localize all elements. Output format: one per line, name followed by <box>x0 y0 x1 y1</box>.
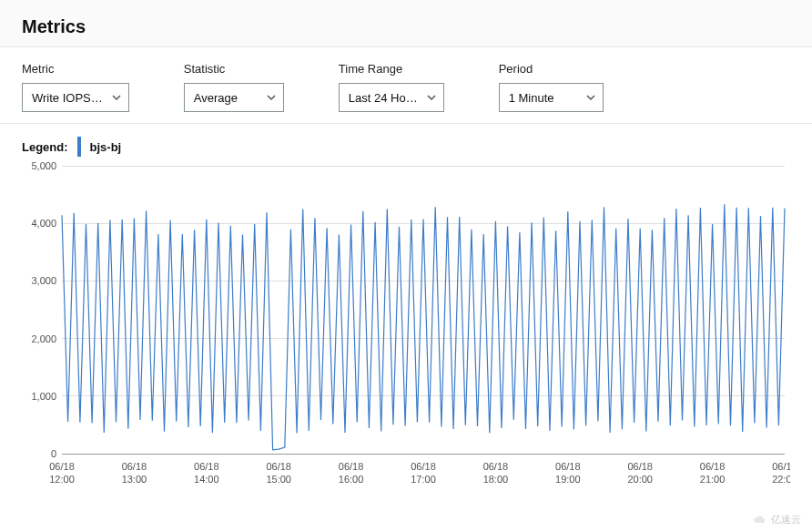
svg-text:3,000: 3,000 <box>31 275 56 286</box>
legend-swatch <box>77 137 81 157</box>
legend-series-name: bjs-bj <box>90 140 122 154</box>
series-line <box>62 204 785 450</box>
svg-text:16:00: 16:00 <box>339 474 364 485</box>
period-label: Period <box>499 62 604 76</box>
svg-text:2,000: 2,000 <box>31 333 56 344</box>
svg-text:18:00: 18:00 <box>483 474 509 485</box>
metric-select-value: Write IOPS… <box>32 91 103 105</box>
svg-text:06/18: 06/18 <box>122 461 147 472</box>
svg-text:06/18: 06/18 <box>700 461 726 472</box>
timerange-label: Time Range <box>339 62 444 76</box>
svg-text:15:00: 15:00 <box>266 474 291 485</box>
svg-text:5,000: 5,000 <box>31 160 56 171</box>
svg-text:06/18: 06/18 <box>339 461 364 472</box>
legend-label: Legend: <box>22 140 68 154</box>
metric-label: Metric <box>22 62 129 76</box>
watermark: 亿速云 <box>753 513 801 527</box>
chevron-down-icon <box>427 93 436 102</box>
svg-text:0: 0 <box>51 448 56 459</box>
legend: Legend: bjs-bj <box>0 124 812 160</box>
chevron-down-icon <box>267 93 276 102</box>
svg-text:17:00: 17:00 <box>411 474 436 485</box>
chevron-down-icon <box>112 93 121 102</box>
svg-text:06/18: 06/18 <box>266 461 291 472</box>
chart-svg: 01,0002,0003,0004,0005,00006/1812:0006/1… <box>22 160 790 497</box>
svg-text:06/18: 06/18 <box>555 461 581 472</box>
svg-text:14:00: 14:00 <box>194 474 219 485</box>
svg-text:12:00: 12:00 <box>49 474 75 485</box>
svg-text:06/18: 06/18 <box>411 461 436 472</box>
svg-text:21:00: 21:00 <box>700 474 726 485</box>
svg-text:19:00: 19:00 <box>555 474 581 485</box>
period-select[interactable]: 1 Minute <box>499 83 604 112</box>
svg-text:20:00: 20:00 <box>627 474 653 485</box>
watermark-text: 亿速云 <box>771 513 801 527</box>
svg-text:06/18: 06/18 <box>627 461 653 472</box>
chart: 01,0002,0003,0004,0005,00006/1812:0006/1… <box>0 160 812 501</box>
svg-text:13:00: 13:00 <box>122 474 147 485</box>
timerange-select-value: Last 24 Ho… <box>349 91 418 105</box>
svg-text:06/18: 06/18 <box>49 461 75 472</box>
svg-text:4,000: 4,000 <box>31 218 56 229</box>
controls-row: Metric Write IOPS… Statistic Average Tim… <box>0 47 812 124</box>
svg-text:06/18: 06/18 <box>772 461 790 472</box>
statistic-select-value: Average <box>194 91 238 105</box>
chevron-down-icon <box>586 93 595 102</box>
panel-title: Metrics <box>0 0 812 47</box>
statistic-label: Statistic <box>184 62 284 76</box>
statistic-select[interactable]: Average <box>184 83 284 112</box>
svg-text:06/18: 06/18 <box>194 461 219 472</box>
svg-text:22:00: 22:00 <box>772 474 790 485</box>
period-select-value: 1 Minute <box>509 91 554 105</box>
svg-text:1,000: 1,000 <box>31 391 56 402</box>
svg-text:06/18: 06/18 <box>483 461 509 472</box>
metric-select[interactable]: Write IOPS… <box>22 83 129 112</box>
timerange-select[interactable]: Last 24 Ho… <box>339 83 444 112</box>
